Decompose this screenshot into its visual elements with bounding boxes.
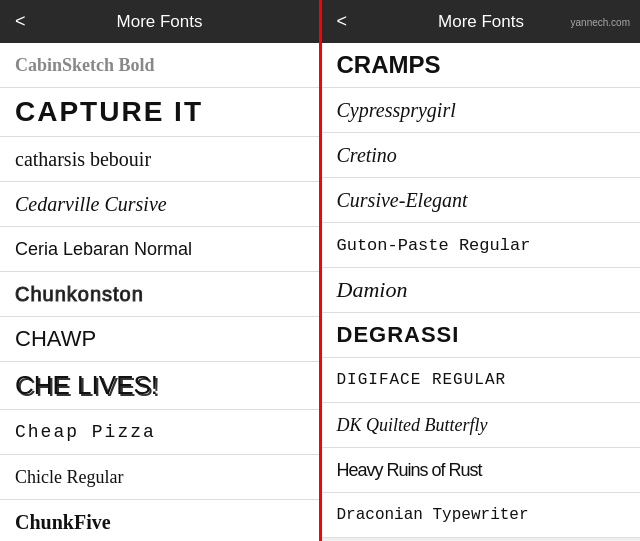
list-item[interactable]: CabinSketch Bold: [0, 43, 319, 88]
right-font-list: CRAMPSCypressprygirlCretinoCursive-Elega…: [322, 43, 641, 541]
list-item[interactable]: DIGIFACE REGULAR: [322, 358, 641, 403]
watermark: yannech.com: [571, 16, 630, 27]
list-item[interactable]: Cedarville Cursive: [0, 182, 319, 227]
left-panel: < More Fonts CabinSketch BoldCAPTURE ITc…: [0, 0, 319, 541]
list-item[interactable]: Heavy Ruins of Rust: [322, 448, 641, 493]
list-item[interactable]: CHAWP: [0, 317, 319, 362]
list-item[interactable]: Damion: [322, 268, 641, 313]
list-item[interactable]: CHE LIVES!: [0, 362, 319, 410]
list-item[interactable]: Chicle Regular: [0, 455, 319, 500]
left-header: < More Fonts: [0, 0, 319, 43]
list-item[interactable]: Cypressprygirl: [322, 88, 641, 133]
right-panel: < More Fonts yannech.com CRAMPSCypresspr…: [319, 0, 641, 541]
list-item[interactable]: ChunkFive: [0, 500, 319, 541]
panels-container: < More Fonts CabinSketch BoldCAPTURE ITc…: [0, 0, 640, 541]
list-item[interactable]: Chunkonston: [0, 272, 319, 317]
right-back-button[interactable]: <: [337, 11, 348, 32]
list-item[interactable]: Ceria Lebaran Normal: [0, 227, 319, 272]
list-item[interactable]: Cheap Pizza: [0, 410, 319, 455]
list-item[interactable]: CRAMPS: [322, 43, 641, 88]
list-item[interactable]: DK Quilted Butterfly: [322, 403, 641, 448]
list-item[interactable]: CAPTURE IT: [0, 88, 319, 137]
left-font-list: CabinSketch BoldCAPTURE ITcatharsis bebo…: [0, 43, 319, 541]
list-item[interactable]: Draconian Typewriter: [322, 493, 641, 538]
list-item[interactable]: Guton-Paste Regular: [322, 223, 641, 268]
list-item[interactable]: Cursive-Elegant: [322, 178, 641, 223]
left-back-button[interactable]: <: [15, 11, 26, 32]
right-panel-title: More Fonts: [357, 12, 605, 32]
right-header: < More Fonts yannech.com: [322, 0, 641, 43]
list-item[interactable]: catharsis bebouir: [0, 137, 319, 182]
list-item[interactable]: Cretino: [322, 133, 641, 178]
list-item[interactable]: DEGRASSI: [322, 313, 641, 358]
left-panel-title: More Fonts: [36, 12, 284, 32]
